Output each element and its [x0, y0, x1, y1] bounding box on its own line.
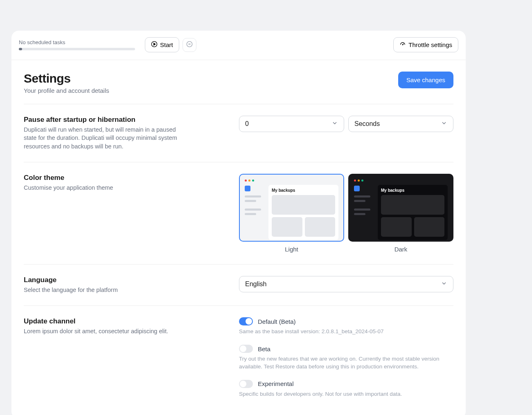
throttle-label: Throttle settings — [408, 41, 452, 48]
topbar: No scheduled tasks Start Throttle settin… — [11, 31, 466, 60]
theme-desc: Customise your application theme — [24, 184, 179, 192]
chevron-down-icon — [441, 120, 447, 128]
channel-label-experimental: Experimental — [258, 380, 294, 387]
page-header: Settings Your profile and account detail… — [24, 72, 453, 104]
pause-unit: Seconds — [354, 120, 380, 128]
section-language: Language Select the language for the pla… — [24, 265, 453, 306]
toggle-default[interactable] — [239, 317, 253, 325]
start-button[interactable]: Start — [145, 37, 179, 52]
channel-desc-default: Same as the base install version: 2.0.8.… — [239, 328, 453, 336]
channel-option-default: Default (Beta) Same as the base install … — [239, 317, 453, 336]
settings-card: No scheduled tasks Start Throttle settin… — [11, 31, 466, 415]
pause-desc: Duplicati will run when started, but wil… — [24, 126, 179, 150]
page-subtitle: Your profile and account details — [24, 87, 109, 94]
channel-label-beta: Beta — [258, 345, 271, 352]
task-progress-bar — [19, 48, 135, 50]
pause-button[interactable] — [183, 38, 196, 52]
language-desc: Select the language for the platform — [24, 286, 179, 294]
no-tasks-label: No scheduled tasks — [19, 39, 142, 45]
play-icon — [151, 41, 158, 49]
channel-desc-beta: Try out the new features that we are wor… — [239, 355, 453, 371]
svg-marker-1 — [154, 43, 156, 45]
channel-label-default: Default (Beta) — [258, 318, 296, 325]
theme-option-dark[interactable]: My backups Dark — [348, 174, 453, 253]
task-status: No scheduled tasks — [19, 39, 142, 50]
channel-desc: Lorem ipsum dolor sit amet, consectetur … — [24, 327, 179, 335]
chevron-down-icon — [441, 280, 447, 288]
chevron-down-icon — [331, 120, 338, 128]
theme-preview-light: My backups — [239, 174, 344, 242]
preview-label-light: My backups — [272, 188, 335, 193]
pause-value-select[interactable]: 0 — [239, 116, 344, 132]
theme-title: Color theme — [24, 174, 223, 182]
section-pause: Pause after startup or hibernation Dupli… — [24, 104, 453, 162]
theme-preview-dark: My backups — [348, 174, 453, 242]
pause-value: 0 — [245, 120, 249, 128]
language-value: English — [245, 280, 266, 288]
save-changes-button[interactable]: Save changes — [398, 72, 453, 88]
pause-title: Pause after startup or hibernation — [24, 116, 223, 124]
section-theme: Color theme Customise your application t… — [24, 162, 453, 265]
language-title: Language — [24, 276, 223, 284]
svg-point-2 — [187, 41, 192, 47]
channel-option-beta: Beta Try out the new features that we ar… — [239, 345, 453, 371]
theme-name-light: Light — [239, 246, 344, 253]
page-title: Settings — [24, 72, 109, 85]
language-select[interactable]: English — [239, 276, 453, 292]
channel-option-experimental: Experimental Specific builds for develop… — [239, 380, 453, 398]
channel-desc-experimental: Specific builds for developers only. Not… — [239, 390, 453, 398]
preview-label-dark: My backups — [381, 188, 444, 193]
svg-line-6 — [403, 44, 404, 45]
throttle-settings-button[interactable]: Throttle settings — [393, 37, 458, 52]
section-update-channel: Update channel Lorem ipsum dolor sit ame… — [24, 306, 453, 415]
start-label: Start — [160, 41, 173, 48]
gauge-icon — [399, 41, 406, 49]
pause-unit-select[interactable]: Seconds — [348, 116, 453, 132]
toggle-experimental[interactable] — [239, 380, 253, 388]
theme-name-dark: Dark — [348, 246, 453, 253]
channel-title: Update channel — [24, 317, 223, 325]
theme-option-light[interactable]: My backups Light — [239, 174, 344, 253]
toggle-beta[interactable] — [239, 345, 253, 353]
pause-icon — [186, 41, 193, 49]
